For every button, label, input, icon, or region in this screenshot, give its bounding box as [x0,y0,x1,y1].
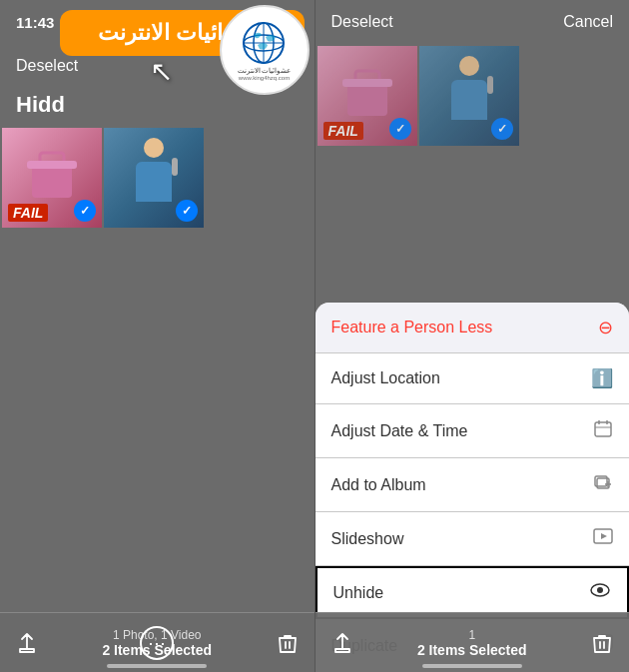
feature-person-icon: ⊖ [598,317,613,338]
person-head [144,138,164,158]
play-icon [593,526,613,546]
bottom-bar-right: 1 2 Items Selected [315,612,630,672]
person-figure [124,138,184,218]
menu-item-adjust-date-time[interactable]: Adjust Date & Time [315,404,630,458]
bottom-bar-left: 1 Photo, 1 Video 2 Items Selected ⋯ [0,612,314,672]
svg-marker-20 [601,533,607,539]
menu-item-add-album[interactable]: Add to Album [315,458,630,512]
menu-item-slideshow[interactable]: Slideshow [315,512,630,566]
bottom-count-right: 1 2 Items Selected [417,628,527,658]
slideshow-label: Slideshow [331,530,404,548]
logo-text-arabic: عشوائيات الانترنت [238,67,292,75]
svg-point-22 [597,587,603,593]
delete-button-left[interactable] [277,632,299,654]
eye-icon [589,582,611,598]
logo-inner: عشوائيات الانترنت www.king4hzq.com [238,19,292,81]
trash-icon-right [591,632,613,654]
person-body [136,162,172,202]
count-line1-right: 1 [417,628,527,642]
home-indicator-right [422,664,522,668]
share-button-left[interactable] [16,632,38,654]
logo-url-text: www.king4hzq.com [239,75,290,81]
mic-icon [172,158,178,176]
bottom-count-left: 1 Photo, 1 Video 2 Items Selected [102,628,212,658]
photo-grid-left: FAIL [0,126,314,230]
selected-badge-2 [176,200,198,222]
adjust-location-icon: ℹ️ [591,367,613,389]
adjust-date-time-icon [593,418,613,443]
selected-badge-1 [74,200,96,222]
count-line2-left: 2 Items Selected [102,642,212,658]
home-indicator-left [107,664,207,668]
add-album-label: Add to Album [331,476,426,494]
slideshow-icon [593,526,613,551]
photo-thumb-1[interactable]: FAIL [2,128,102,228]
fail-badge-1: FAIL [8,204,48,222]
share-icon-right [331,632,353,654]
svg-rect-2 [27,161,77,169]
count-line2-right: 2 Items Selected [417,642,527,658]
album-icon [593,472,613,492]
context-menu-overlay: Feature a Person Less ⊖ Adjust Location … [315,0,630,672]
adjust-location-label: Adjust Location [331,369,440,387]
menu-item-adjust-location[interactable]: Adjust Location ℹ️ [315,353,630,404]
right-panel: Deselect Cancel FAIL [315,0,630,672]
svg-rect-11 [595,422,611,436]
bag-svg [22,143,82,213]
logo-circle: عشوائيات الانترنت www.king4hzq.com [220,5,310,95]
share-button-right[interactable] [331,632,353,654]
unhide-icon [589,582,611,603]
count-line1-left: 1 Photo, 1 Video [102,628,212,642]
menu-item-feature-person[interactable]: Feature a Person Less ⊖ [315,303,630,353]
feature-person-label: Feature a Person Less [331,319,493,336]
globe-svg [240,19,288,67]
share-icon-left [16,632,38,654]
deselect-button-left[interactable]: Deselect [16,57,78,75]
calendar-icon [593,418,613,438]
add-album-icon [593,472,613,497]
status-time-left: 11:43 [16,14,54,31]
unhide-label: Unhide [333,584,384,602]
left-panel: 11:43 ▲ ▌▌▌ ▓ Deselect Cancel Hidd FAIL [0,0,315,672]
trash-icon-left [277,632,299,654]
photo-thumb-2[interactable] [104,128,204,228]
adjust-date-time-label: Adjust Date & Time [331,422,468,440]
delete-button-right[interactable] [591,632,613,654]
